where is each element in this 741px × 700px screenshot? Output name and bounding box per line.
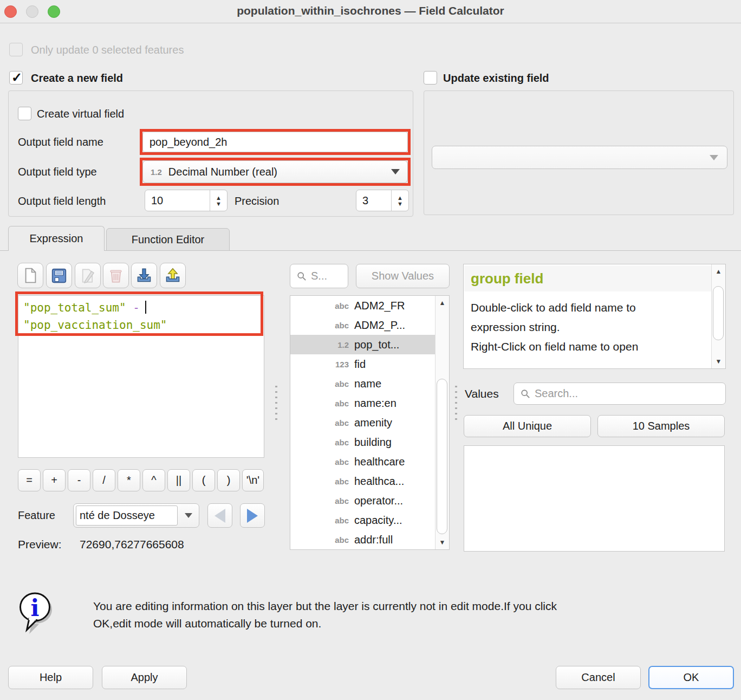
new-file-icon bbox=[23, 268, 38, 283]
field-type-icon: abc bbox=[290, 418, 354, 427]
field-list-item[interactable]: abc ADM2_FR bbox=[290, 296, 449, 315]
operator-button[interactable]: * bbox=[118, 469, 140, 491]
ok-button-label: OK bbox=[684, 671, 699, 684]
help-button-label: Help bbox=[40, 671, 62, 684]
samples-button[interactable]: 10 Samples bbox=[597, 415, 725, 437]
field-list-item[interactable]: abc capacity... bbox=[290, 510, 449, 530]
operator-button[interactable]: + bbox=[43, 469, 66, 491]
scroll-up-icon[interactable]: ▲ bbox=[712, 264, 725, 278]
decimal-type-icon: 1.2 bbox=[151, 167, 162, 177]
operator-button[interactable]: ^ bbox=[142, 469, 165, 491]
operator-button[interactable]: = bbox=[18, 469, 41, 491]
field-list-item[interactable]: abc amenity bbox=[290, 413, 449, 432]
expression-editor[interactable]: "pop_total_sum" - "pop_vaccination_sum" bbox=[18, 295, 264, 458]
field-list-item[interactable]: abc building bbox=[290, 432, 449, 452]
svg-text:i: i bbox=[31, 595, 40, 621]
field-name: fid bbox=[354, 358, 366, 371]
operator-button[interactable]: ) bbox=[217, 469, 240, 491]
field-list-item[interactable]: abc name:en bbox=[290, 393, 449, 413]
splitter-handle[interactable] bbox=[275, 386, 277, 422]
edit-mode-message-line2: OK,edit mode will automatically be turne… bbox=[93, 615, 711, 632]
tab-function-editor-label: Function Editor bbox=[132, 234, 205, 246]
field-calculator-dialog: population_within_isochrones — Field Cal… bbox=[0, 0, 741, 700]
field-list-item[interactable]: abc name bbox=[290, 374, 449, 393]
chevron-down-icon bbox=[391, 169, 400, 174]
stepper-arrows-icon[interactable]: ▲▼ bbox=[391, 190, 408, 211]
tab-function-editor[interactable]: Function Editor bbox=[106, 228, 230, 251]
field-name: operator... bbox=[354, 495, 403, 507]
values-label: Values bbox=[465, 387, 499, 400]
field-type-icon: abc bbox=[290, 301, 354, 310]
operator-button[interactable]: '\n' bbox=[242, 469, 264, 491]
field-search-input[interactable]: S... bbox=[290, 264, 348, 288]
field-list-item[interactable]: abc healthca... bbox=[290, 471, 449, 491]
import-expression-button[interactable] bbox=[131, 263, 157, 288]
field-type-icon: abc bbox=[290, 457, 354, 466]
chevron-down-icon bbox=[710, 155, 718, 160]
field-type-icon: abc bbox=[290, 496, 354, 505]
feature-label: Feature bbox=[18, 509, 55, 522]
field-name: amenity bbox=[354, 417, 392, 429]
values-list-box[interactable] bbox=[464, 445, 725, 552]
trash-icon bbox=[108, 268, 123, 283]
arrow-left-icon bbox=[214, 509, 225, 523]
apply-button[interactable]: Apply bbox=[102, 666, 187, 689]
output-field-length-label: Output field length bbox=[18, 195, 106, 208]
field-list[interactable]: ▲ ▼ abc ADM2_FR abc ADM2_P... 1.2 pop_to… bbox=[290, 295, 450, 550]
output-field-name-input[interactable]: pop_beyond_2h bbox=[142, 132, 408, 152]
field-list-item[interactable]: abc addr:full bbox=[290, 530, 449, 549]
export-up-arrow-icon bbox=[165, 268, 181, 284]
preview-value: 72690,76277665608 bbox=[80, 538, 184, 551]
update-existing-field-checkbox[interactable] bbox=[424, 71, 437, 85]
field-list-item[interactable]: abc operator... bbox=[290, 491, 449, 510]
scrollbar-thumb[interactable] bbox=[713, 286, 724, 340]
tab-expression[interactable]: Expression bbox=[8, 226, 105, 251]
field-name: ADM2_FR bbox=[354, 300, 405, 312]
values-search-input[interactable]: Search... bbox=[514, 383, 726, 405]
edit-expression-button bbox=[75, 263, 101, 288]
field-type-icon: 1.2 bbox=[290, 340, 354, 349]
field-list-item[interactable]: abc ADM2_P... bbox=[290, 315, 449, 335]
scroll-down-icon[interactable]: ▼ bbox=[435, 535, 449, 549]
new-expression-button[interactable] bbox=[17, 263, 43, 288]
ok-button[interactable]: OK bbox=[648, 666, 734, 689]
apply-button-label: Apply bbox=[131, 671, 158, 684]
operator-button[interactable]: || bbox=[167, 469, 190, 491]
output-field-length-stepper[interactable]: 10 ▲▼ bbox=[145, 190, 227, 211]
cancel-button[interactable]: Cancel bbox=[556, 666, 641, 689]
stepper-arrows-icon[interactable]: ▲▼ bbox=[210, 190, 227, 211]
precision-label: Precision bbox=[235, 195, 279, 208]
precision-stepper[interactable]: 3 ▲▼ bbox=[356, 190, 409, 211]
preview-label: Preview: bbox=[18, 538, 62, 551]
help-button[interactable]: Help bbox=[8, 666, 93, 689]
field-list-scrollbar[interactable]: ▲ ▼ bbox=[435, 296, 449, 549]
help-body-line: Right-Click on field name to open bbox=[471, 337, 687, 357]
field-list-item[interactable]: abc healthcare bbox=[290, 452, 449, 471]
field-name: addr:full bbox=[354, 534, 393, 546]
save-expression-button[interactable] bbox=[46, 263, 72, 288]
output-field-type-dropdown[interactable]: 1.2 Decimal Number (real) bbox=[142, 160, 408, 183]
operator-button[interactable]: / bbox=[93, 469, 115, 491]
feature-combobox[interactable]: nté de Dosseye bbox=[73, 503, 199, 528]
create-new-field-checkbox[interactable] bbox=[9, 71, 23, 85]
previous-feature-button bbox=[207, 503, 232, 528]
field-list-item[interactable]: 1.2 pop_tot... bbox=[290, 335, 449, 354]
operator-button[interactable]: ( bbox=[192, 469, 215, 491]
create-new-field-label: Create a new field bbox=[31, 72, 123, 85]
operator-button[interactable]: - bbox=[68, 469, 90, 491]
cancel-button-label: Cancel bbox=[581, 671, 615, 684]
feature-value[interactable]: nté de Dosseye bbox=[76, 505, 178, 526]
field-list-item[interactable]: 123 fid bbox=[290, 354, 449, 374]
scrollbar-thumb[interactable] bbox=[437, 379, 447, 534]
field-type-icon: 123 bbox=[290, 360, 354, 369]
expression-line-2: "pop_vaccination_sum" bbox=[23, 316, 259, 334]
field-name: pop_tot... bbox=[354, 339, 399, 351]
scroll-up-icon[interactable]: ▲ bbox=[435, 296, 449, 310]
next-feature-button[interactable] bbox=[240, 503, 265, 528]
create-virtual-field-checkbox[interactable] bbox=[18, 107, 31, 120]
help-scrollbar[interactable]: ▲ ▼ bbox=[711, 264, 725, 368]
all-unique-button[interactable]: All Unique bbox=[464, 415, 591, 437]
export-expression-button[interactable] bbox=[160, 263, 186, 288]
splitter-handle[interactable] bbox=[455, 386, 457, 422]
scroll-down-icon[interactable]: ▼ bbox=[712, 354, 725, 368]
